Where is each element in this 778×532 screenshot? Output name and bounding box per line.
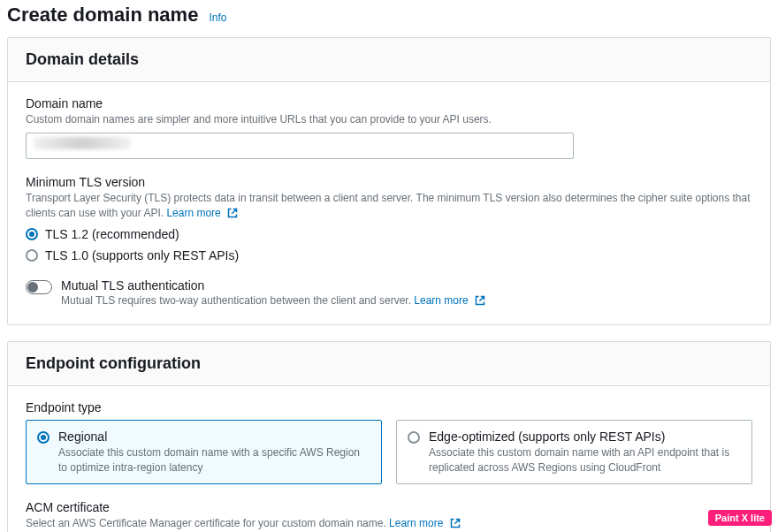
tile-desc: Associate this custom domain name with a… xyxy=(429,445,741,474)
learn-more-tls[interactable]: Learn more xyxy=(166,207,238,219)
field-domain-name: Domain name Custom domain names are simp… xyxy=(26,96,752,159)
radio-tls-10[interactable]: TLS 1.0 (supports only REST APIs) xyxy=(26,248,752,262)
desc-mutual-tls: Mutual TLS requires two-way authenticati… xyxy=(61,294,485,308)
desc-domain-name: Custom domain names are simpler and more… xyxy=(26,112,752,127)
learn-more-acm[interactable]: Learn more xyxy=(389,517,461,529)
panel-title-domain-details: Domain details xyxy=(26,50,752,69)
external-link-icon xyxy=(450,518,461,532)
tile-title: Edge-optimized (supports only REST APIs) xyxy=(429,429,741,444)
panel-body-endpoint: Endpoint type Regional Associate this cu… xyxy=(8,386,770,532)
radio-icon xyxy=(408,431,420,444)
external-link-icon xyxy=(475,295,485,308)
radio-tls-12[interactable]: TLS 1.2 (recommended) xyxy=(26,227,752,241)
tile-edge-optimized[interactable]: Edge-optimized (supports only REST APIs)… xyxy=(396,420,752,483)
panel-title-endpoint: Endpoint configuration xyxy=(26,354,752,373)
label-endpoint-type: Endpoint type xyxy=(26,400,752,414)
field-endpoint-type: Endpoint type Regional Associate this cu… xyxy=(26,400,752,483)
redacted-value xyxy=(34,137,131,149)
watermark-badge: Paint X lite xyxy=(707,509,773,527)
tile-title: Regional xyxy=(58,429,370,444)
desc-acm: Select an AWS Certificate Manager certif… xyxy=(26,516,752,532)
panel-endpoint-config: Endpoint configuration Endpoint type Reg… xyxy=(7,341,771,532)
radio-label: TLS 1.2 (recommended) xyxy=(45,227,179,241)
desc-min-tls-text: Transport Layer Security (TLS) protects … xyxy=(26,192,751,219)
domain-name-input[interactable] xyxy=(26,133,574,159)
desc-min-tls: Transport Layer Security (TLS) protects … xyxy=(26,191,752,223)
panel-header-endpoint: Endpoint configuration xyxy=(8,342,770,386)
external-link-icon xyxy=(227,208,238,223)
page-title: Create domain name xyxy=(7,4,198,27)
label-mutual-tls: Mutual TLS authentication xyxy=(61,278,485,293)
panel-domain-details: Domain details Domain name Custom domain… xyxy=(7,37,771,325)
tile-desc: Associate this custom domain name with a… xyxy=(58,445,370,474)
toggle-mutual-tls[interactable] xyxy=(26,280,52,294)
radio-group-tls: TLS 1.2 (recommended) TLS 1.0 (supports … xyxy=(26,227,752,262)
tile-regional[interactable]: Regional Associate this custom domain na… xyxy=(26,420,382,483)
label-min-tls: Minimum TLS version xyxy=(26,175,752,189)
label-acm: ACM certificate xyxy=(26,500,752,514)
field-acm-certificate: ACM certificate Select an AWS Certificat… xyxy=(26,500,752,532)
radio-icon xyxy=(26,228,38,240)
learn-more-mutual-tls[interactable]: Learn more xyxy=(414,294,485,307)
tiles-endpoint-type: Regional Associate this custom domain na… xyxy=(26,420,752,483)
radio-label: TLS 1.0 (supports only REST APIs) xyxy=(45,248,239,262)
radio-icon xyxy=(37,431,50,444)
field-mutual-tls: Mutual TLS authentication Mutual TLS req… xyxy=(26,278,752,308)
panel-header-domain-details: Domain details xyxy=(8,38,770,82)
page-header: Create domain name Info xyxy=(7,4,771,27)
radio-icon xyxy=(26,249,38,262)
label-domain-name: Domain name xyxy=(26,96,752,110)
field-min-tls: Minimum TLS version Transport Layer Secu… xyxy=(26,175,752,263)
panel-body-domain-details: Domain name Custom domain names are simp… xyxy=(8,82,770,324)
info-link[interactable]: Info xyxy=(209,11,226,24)
